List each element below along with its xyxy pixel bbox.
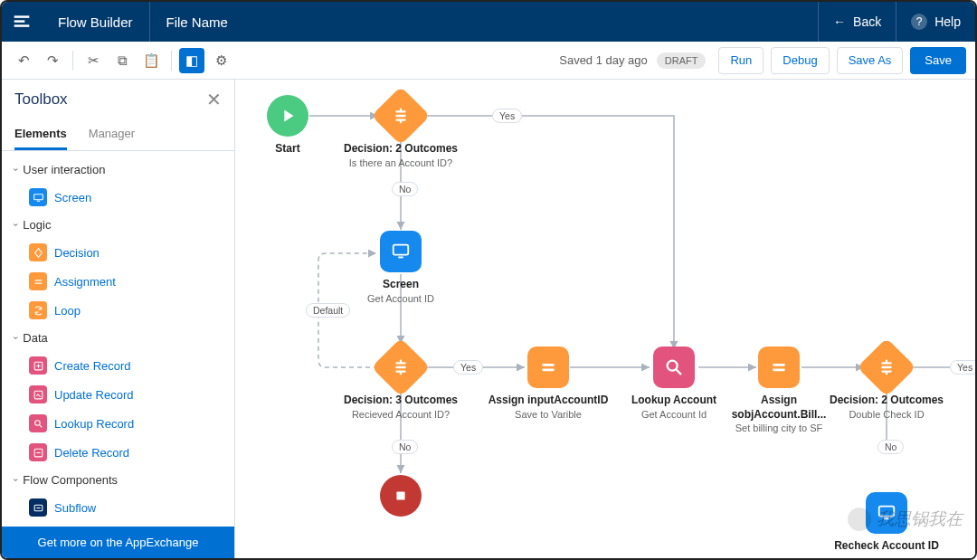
- sidebar-item[interactable]: Lookup Record: [2, 409, 234, 438]
- node-decision-3[interactable]: Decision: 2 Outcomes Double Check ID: [823, 346, 950, 421]
- decision-icon: [29, 243, 47, 261]
- save-status: Saved 1 day ago: [559, 53, 648, 67]
- sidebar-item[interactable]: Screen: [2, 183, 234, 212]
- tab-manager[interactable]: Manager: [89, 119, 135, 150]
- close-icon[interactable]: ✕: [206, 89, 222, 110]
- sidebar-group[interactable]: ›Logic: [2, 212, 234, 238]
- edge-label: No: [392, 440, 418, 454]
- debug-button[interactable]: Debug: [771, 47, 829, 74]
- toolbar: ↶ ↷ ✂ ⧉ 📋 ◧ ⚙ Saved 1 day ago DRAFT Run …: [2, 42, 975, 80]
- sidebar-group[interactable]: ›Data: [2, 325, 234, 351]
- run-button[interactable]: Run: [718, 47, 764, 74]
- svg-rect-11: [398, 257, 403, 259]
- svg-rect-10: [394, 245, 409, 255]
- svg-rect-2: [14, 24, 30, 27]
- screen-icon: [29, 188, 47, 206]
- draft-badge: DRAFT: [657, 52, 707, 69]
- node-screen-1[interactable]: Screen Get Account ID: [337, 231, 464, 305]
- layout-toggle-button[interactable]: ◧: [179, 48, 204, 73]
- edge-label: Yes: [453, 360, 483, 375]
- subflow-icon: [29, 498, 47, 517]
- lookup-icon: [29, 414, 47, 432]
- svg-rect-0: [14, 15, 30, 18]
- cut-button[interactable]: ✂: [81, 48, 106, 73]
- app-title: Flow Builder: [42, 2, 150, 42]
- chevron-down-icon: ›: [11, 223, 21, 226]
- paste-button[interactable]: 📋: [138, 48, 164, 73]
- canvas[interactable]: Start Decision: 2 Outcomes Is there an A…: [235, 80, 975, 558]
- sidebar-item[interactable]: Delete Record: [2, 438, 234, 467]
- help-icon: ?: [911, 14, 927, 30]
- node-decision-1[interactable]: Decision: 2 Outcomes Is there an Account…: [337, 95, 464, 169]
- edge-label: Yes: [492, 109, 522, 123]
- svg-rect-4: [36, 200, 39, 201]
- node-stop[interactable]: [337, 475, 464, 522]
- tab-elements[interactable]: Elements: [14, 119, 67, 150]
- arrow-left-icon: ←: [833, 14, 846, 29]
- edge-label: No: [877, 440, 904, 454]
- sidebar-item[interactable]: Create Record: [2, 351, 234, 380]
- app-logo: [2, 2, 42, 42]
- sidebar-item[interactable]: Assignment: [2, 267, 234, 296]
- sidebar-item[interactable]: Subflow: [2, 493, 234, 522]
- sidebar: Toolbox ✕ Elements Manager ›User interac…: [2, 80, 235, 558]
- sidebar-group[interactable]: ›User interaction: [2, 157, 234, 183]
- assign-icon: [29, 272, 47, 290]
- save-as-button[interactable]: Save As: [837, 47, 904, 74]
- copy-button[interactable]: ⧉: [109, 48, 135, 73]
- help-button[interactable]: ?Help: [896, 2, 975, 42]
- node-assign-1[interactable]: Assign inputAccountID Save to Varible: [485, 346, 612, 421]
- edge-label: Default: [306, 303, 350, 318]
- chevron-down-icon: ›: [11, 479, 21, 481]
- delete-icon: [29, 443, 47, 461]
- update-icon: [29, 385, 47, 403]
- redo-button[interactable]: ↷: [40, 48, 65, 73]
- settings-button[interactable]: ⚙: [208, 48, 233, 73]
- create-icon: [29, 356, 47, 375]
- back-button[interactable]: ←Back: [818, 2, 896, 42]
- appexchange-link[interactable]: Get more on the AppExchange: [2, 527, 234, 558]
- chevron-down-icon: ›: [11, 337, 21, 339]
- sidebar-group[interactable]: ›Flow Components: [2, 467, 234, 493]
- svg-rect-12: [396, 491, 404, 499]
- wechat-icon: [848, 508, 871, 531]
- save-button[interactable]: Save: [910, 47, 966, 74]
- sidebar-item[interactable]: Loop: [2, 296, 234, 325]
- svg-rect-3: [33, 194, 43, 199]
- sidebar-title: Toolbox: [14, 90, 206, 109]
- watermark: 我思锅我在: [848, 508, 963, 531]
- file-name[interactable]: File Name: [150, 14, 244, 30]
- node-start[interactable]: Start: [235, 95, 351, 157]
- edge-label: No: [392, 182, 418, 196]
- loop-icon: [29, 301, 47, 319]
- node-decision-2[interactable]: Decision: 3 Outcomes Recieved Account ID…: [337, 346, 464, 421]
- edge-label: Yes: [950, 360, 975, 375]
- svg-point-7: [34, 420, 39, 424]
- svg-rect-1: [14, 20, 25, 23]
- sidebar-item[interactable]: Decision: [2, 238, 234, 267]
- undo-button[interactable]: ↶: [11, 48, 36, 73]
- sidebar-item[interactable]: Update Record: [2, 380, 234, 409]
- chevron-down-icon: ›: [11, 168, 21, 171]
- app-header: Flow Builder File Name ←Back ?Help: [2, 2, 975, 42]
